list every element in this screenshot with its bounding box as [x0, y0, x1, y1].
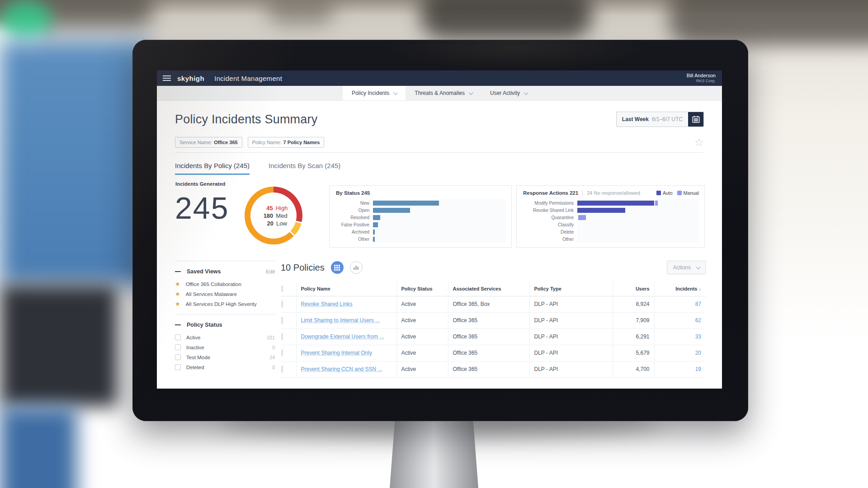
saved-view-all-services-malware[interactable]: ★ All Services Malaware	[175, 291, 275, 297]
policy-type-cell: DLP - API	[529, 361, 613, 377]
user-info[interactable]: Bill Anderson RKS Corp.	[687, 73, 716, 84]
saved-view-all-services-dlp[interactable]: ★ All Services DLP High Severity	[175, 301, 275, 307]
ceiling-blur	[420, 0, 592, 38]
edit-saved-views-link[interactable]: Edit	[266, 269, 275, 274]
saved-view-office365-collaboration[interactable]: ★ Office 365 Collaboration	[175, 281, 275, 287]
policy-status-cell: Active	[396, 312, 448, 328]
date-range-button[interactable]: Last Week 6/1–6/7 UTC	[616, 112, 704, 127]
services-cell: Office 365	[448, 312, 529, 328]
policy-type-cell: DLP - API	[529, 328, 613, 345]
checkbox[interactable]	[175, 344, 181, 350]
user-org: RKS Corp.	[687, 79, 716, 84]
bar-open	[373, 208, 410, 213]
policy-status-cell: Active	[396, 328, 448, 345]
incidents-link[interactable]: 87	[695, 301, 701, 307]
app-window: skyhigh Incident Management Bill Anderso…	[157, 70, 722, 389]
policy-link[interactable]: Prevent Sharing Internal Only	[301, 350, 372, 356]
tab-incidents-by-scan[interactable]: Incidents By Scan (245)	[269, 162, 340, 175]
divider	[175, 152, 704, 153]
users-cell: 7,909	[613, 312, 654, 328]
table-row: Downgrade External Users from ... Active…	[281, 328, 706, 345]
chevron-down-icon	[469, 90, 473, 95]
filter-count: 221	[267, 335, 275, 340]
bar-label: Delete	[517, 230, 577, 235]
col-policy-type[interactable]: Policy Type	[529, 282, 613, 296]
blue-cabinet-blur	[0, 41, 149, 285]
filter-label: Inactive	[186, 345, 204, 350]
checkbox[interactable]	[282, 333, 283, 340]
exit-sign-blur	[0, 0, 52, 41]
collapse-icon[interactable]	[175, 271, 181, 272]
checkbox[interactable]	[175, 354, 181, 360]
checkbox[interactable]	[282, 300, 283, 308]
checkbox[interactable]	[282, 349, 283, 357]
incidents-link[interactable]: 19	[695, 366, 701, 372]
filter-value: Office 365	[214, 140, 238, 145]
tab-incidents-by-policy[interactable]: Incidents By Policy (245)	[175, 162, 250, 175]
table-row: Prevent Sharing Internal Only Active Off…	[281, 345, 706, 361]
med-count: 180	[259, 212, 273, 220]
saved-views-title: Saved Views	[187, 268, 221, 275]
policy-type-cell: DLP - API	[529, 312, 613, 328]
brand-logo: skyhigh	[177, 75, 204, 82]
policy-link[interactable]: Limit Sharing to Internal Users ...	[301, 317, 380, 324]
bar-label: Other	[517, 237, 577, 242]
collapse-icon[interactable]	[175, 324, 181, 326]
col-policy-status[interactable]: Policy Status	[396, 282, 448, 296]
col-associated-services[interactable]: Associated Services	[448, 282, 529, 296]
filter-label: Service Name:	[179, 140, 212, 145]
blue-cabinet-blur	[0, 407, 77, 488]
col-users[interactable]: Users	[613, 282, 654, 296]
nav-tab-threats-anomalies[interactable]: Threats & Anomalies	[406, 86, 481, 100]
policy-type-cell: DLP - API	[529, 296, 613, 312]
nav-tab-user-activity[interactable]: User Activity	[481, 86, 536, 100]
divider	[175, 261, 275, 261]
policy-status-cell: Active	[396, 361, 448, 377]
low-label: Low	[276, 220, 287, 227]
filter-label: Test Mode	[186, 355, 210, 360]
calendar-icon[interactable]	[688, 112, 703, 127]
favorite-star-icon[interactable]: ☆	[694, 137, 704, 148]
checkbox[interactable]	[282, 317, 283, 324]
policy-link[interactable]: Revoke Shared Links	[301, 301, 353, 307]
filter-chip-policy-name[interactable]: Policy Name: 7 Policy Names	[248, 137, 325, 148]
filter-chip-service-name[interactable]: Service Name: Office 365	[175, 137, 242, 148]
chevron-down-icon	[696, 265, 701, 269]
col-policy-name[interactable]: Policy Name	[296, 282, 396, 296]
star-icon: ★	[175, 291, 180, 297]
filter-label: Deleted	[186, 365, 204, 370]
checkbox[interactable]	[175, 334, 181, 340]
policy-link[interactable]: Downgrade External Users from ...	[301, 333, 384, 340]
users-cell: 4,700	[613, 361, 654, 377]
select-all-checkbox[interactable]	[282, 286, 283, 292]
nav-tab-policy-incidents[interactable]: Policy Incidents	[343, 86, 406, 100]
chevron-down-icon	[393, 90, 398, 95]
bar-label: Resolved	[330, 215, 373, 220]
chevron-down-icon	[524, 90, 528, 95]
incidents-total: 245	[175, 190, 229, 225]
col-incidents[interactable]: Incidents ↓	[654, 282, 706, 296]
manual-legend-swatch	[677, 191, 682, 195]
actions-dropdown[interactable]: Actions	[667, 261, 706, 274]
incidents-link[interactable]: 62	[695, 317, 701, 324]
policy-link[interactable]: Prevent Sharing CCN and SSN ...	[301, 366, 382, 372]
chart-view-toggle[interactable]	[350, 261, 363, 274]
bar-label: New	[330, 201, 373, 206]
no-response-note: 24 No response/allowed	[582, 190, 640, 196]
incidents-link[interactable]: 20	[695, 350, 701, 356]
star-icon: ★	[175, 301, 180, 307]
section-tabs: Incidents By Policy (245) Incidents By S…	[175, 162, 704, 175]
bar-label: Revoke Shared Link	[517, 208, 577, 213]
response-actions-total: 221	[570, 190, 578, 196]
checkbox[interactable]	[175, 364, 181, 370]
app-title: Incident Management	[214, 75, 282, 82]
sort-desc-icon: ↓	[699, 286, 702, 291]
hamburger-menu-icon[interactable]	[163, 74, 171, 82]
incidents-link[interactable]: 33	[695, 333, 701, 340]
policy-status-cell: Active	[396, 345, 448, 361]
checkbox[interactable]	[282, 366, 283, 373]
table-view-toggle[interactable]	[331, 261, 344, 274]
users-cell: 5,679	[613, 345, 654, 361]
filter-value: 7 Policy Names	[283, 140, 320, 145]
policies-table: Policy Name Policy Status Associated Ser…	[281, 282, 706, 378]
